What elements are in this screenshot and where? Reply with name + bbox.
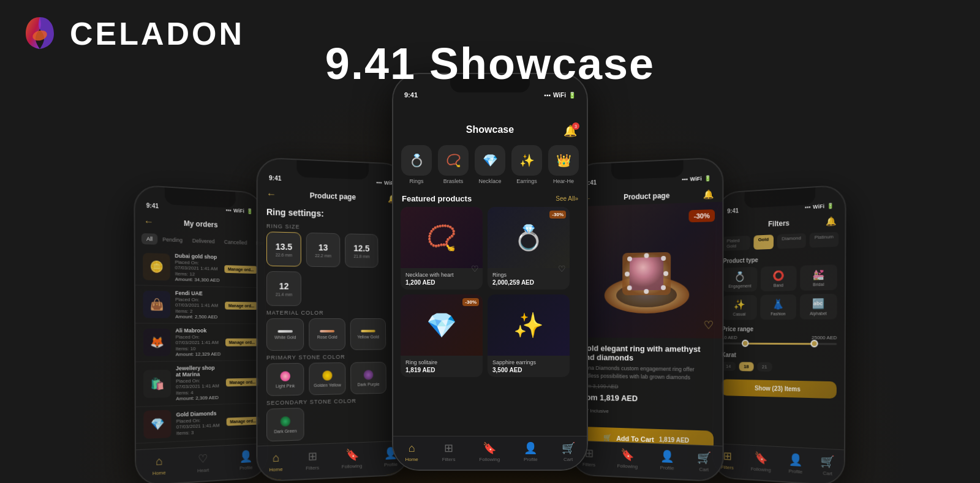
stone-dark-purple[interactable]: Dark Purple [350, 362, 386, 394]
stone-dark-green[interactable]: Dark Green [266, 408, 304, 441]
orders-screen: 9:41 ▪▪▪ WiFi 🔋 ← My orders All Pending … [135, 185, 267, 483]
manage-btn-1[interactable]: Manage ord... [224, 265, 257, 274]
tab-all[interactable]: All [141, 233, 157, 245]
tab-gold[interactable]: Gold [753, 234, 774, 250]
karat-18[interactable]: 18 [739, 362, 753, 371]
placeholder-filters-left [725, 226, 734, 227]
nav-following-ring[interactable]: 🔖 Following [342, 447, 363, 470]
product-name-rings: Rings [492, 272, 565, 278]
logo-icon [18, 12, 61, 55]
karat-21[interactable]: 21 [757, 362, 772, 372]
category-earrings[interactable]: ✨ Earrings [511, 145, 543, 184]
tab-diamond[interactable]: Diamond [777, 233, 805, 249]
nav-filters-ring[interactable]: ⊞ Filters [306, 449, 319, 471]
filter-engagement[interactable]: 💍 Engagement [723, 267, 758, 292]
size-mm-2: 22.2 mm [315, 253, 331, 257]
see-all-btn[interactable]: See All» [556, 195, 578, 202]
fashion-icon: 👗 [772, 298, 785, 310]
header: CELADON [0, 0, 263, 67]
product-type-title: Product type [723, 254, 837, 264]
products-grid: 📿 ♡ Necklace with heart 1,200 AED 💍 -30%… [393, 207, 587, 377]
nav-cart-product-right[interactable]: 🛒 Cart [697, 451, 711, 473]
material-color-label: MATERIAL COLOR [258, 306, 407, 318]
price-min-label: 10 AED [722, 335, 737, 340]
nav-home-orders[interactable]: ⌂ Home [153, 454, 166, 476]
filter-casual[interactable]: ✨ Casual [722, 295, 757, 320]
size-option-1[interactable]: 13.5 22.6 mm [266, 231, 301, 266]
product-card-necklace[interactable]: 📿 ♡ Necklace with heart 1,200 AED [401, 207, 483, 290]
nav-home-ring[interactable]: ⌂ Home [269, 451, 282, 473]
heart-icon-orders: ♡ [198, 452, 208, 466]
category-rings[interactable]: 💍 Rings [401, 145, 432, 184]
color-rose-gold[interactable]: Rose Gold [309, 318, 345, 350]
color-yellow-gold[interactable]: Yellow Gold [350, 318, 386, 350]
nav-profile-orders[interactable]: 👤 Profile [239, 449, 252, 471]
product-type-grid: 💍 Engagement ⭕ Band 💒 Bridal ✨ Casual [722, 264, 837, 320]
nav-heart-orders[interactable]: ♡ Heart [197, 452, 209, 474]
range-slider[interactable] [722, 343, 837, 345]
bottom-nav-showcase: ⌂ Home ⊞ Filters 🔖 Following 👤 Profile 🛒 [393, 436, 587, 470]
product-desc: Fiona Diamonds custom engagement ring of… [581, 364, 714, 382]
nav-profile-product-right[interactable]: 👤 Profile [660, 449, 674, 471]
cart-nav-icon-product-right: 🛒 [697, 451, 711, 465]
product-info-earrings: Sapphire earrings 3,500 AED [488, 356, 570, 377]
range-thumb-left[interactable] [742, 340, 749, 347]
back-btn-ring[interactable]: ← [266, 189, 276, 200]
filter-fashion[interactable]: 👗 Fashion [760, 294, 796, 320]
filter-alphabet[interactable]: 🔤 Alphabet [800, 294, 837, 320]
manage-btn-3[interactable]: Manage ord... [225, 338, 258, 346]
order-item-1: 🪙 Dubai gold shop Placed On: 07/03/2021 … [135, 247, 265, 288]
stone-golden-yellow[interactable]: Golden Yellow [309, 362, 345, 395]
band-label: Band [774, 283, 783, 287]
order-shop-3: Ali Mabrook [175, 328, 221, 334]
tab-plated-gold[interactable]: Plated Gold [722, 236, 750, 251]
big-ring-image: -30% [573, 202, 722, 339]
product-card-solitaire[interactable]: 💎 -30% Ring solitaire 1,819 AED [401, 294, 483, 377]
nav-cart-filters[interactable]: 🛒 Cart [821, 454, 835, 477]
product-card-rings[interactable]: 💍 -30% ♡ Rings 2,000,259 AED [488, 207, 570, 290]
heart-btn-rings[interactable]: ♡ [558, 264, 566, 274]
tab-delivered[interactable]: Delivered [187, 235, 219, 247]
filter-band[interactable]: ⭕ Band [761, 266, 797, 291]
size-option-2[interactable]: 13 22.2 mm [306, 233, 341, 268]
manage-btn-2[interactable]: Manage ord... [225, 301, 258, 309]
nav-profile-showcase[interactable]: 👤 Profile [524, 441, 538, 462]
alphabet-label: Alphabet [810, 311, 827, 315]
product-card-earrings[interactable]: ✨ Sapphire earrings 3,500 AED [488, 294, 570, 377]
showcase-headline: 9.41 Showcase [325, 39, 655, 89]
category-braslets[interactable]: 📿 Braslets [437, 145, 469, 184]
size-option-4[interactable]: 12 21.4 mm [266, 271, 301, 306]
nav-filters-showcase[interactable]: ⊞ Filters [442, 441, 456, 462]
nav-following-showcase[interactable]: 🔖 Following [479, 441, 500, 462]
manage-btn-5[interactable]: Manage ord... [226, 416, 260, 425]
battery-icon-showcase: 🔋 [568, 92, 576, 99]
order-info-4: Jewellery shop at Marina Placed On: 07/0… [176, 365, 221, 402]
filter-bridal[interactable]: 💒 Bridal [800, 264, 837, 291]
size-mm-1: 22.6 mm [276, 252, 293, 257]
range-thumb-right[interactable] [810, 340, 818, 347]
nav-following-filters[interactable]: 🔖 Following [750, 451, 771, 473]
bell-icon-showcase[interactable]: 🔔3 [564, 125, 577, 137]
size-option-3[interactable]: 12.5 21.8 mm [345, 233, 379, 268]
nav-home-showcase[interactable]: ⌂ Home [405, 442, 418, 462]
manage-btn-4[interactable]: Manage ord... [226, 378, 259, 386]
color-white-gold[interactable]: White Gold [266, 318, 304, 351]
nav-cart-label-showcase: Cart [564, 457, 573, 462]
heart-btn-necklace[interactable]: ♡ [471, 264, 479, 274]
yellow-gold-label: Yellow Gold [357, 334, 379, 339]
category-necklace[interactable]: 💎 Necklace [474, 145, 506, 184]
tab-platinum[interactable]: Platinum [809, 232, 839, 248]
category-hearhe[interactable]: 👑 Hear-He [548, 145, 579, 184]
circle-pink [281, 371, 290, 381]
back-btn-orders[interactable]: ← [144, 216, 154, 228]
nav-cart-showcase[interactable]: 🛒 Cart [562, 441, 575, 462]
show-items-btn[interactable]: Show (23) Items [721, 379, 837, 399]
tab-cancelled[interactable]: Cancelled [219, 236, 252, 248]
nav-following-label-product-right: Following [617, 463, 638, 470]
nav-following-product-right[interactable]: 🔖 Following [617, 447, 638, 470]
stone-light-pink[interactable]: Light Pink [266, 363, 304, 396]
nav-profile-filters[interactable]: 👤 Profile [788, 452, 802, 474]
tab-pending[interactable]: Pending [157, 234, 187, 246]
product-type-section: Product type 💍 Engagement ⭕ Band 💒 Brida… [715, 250, 845, 324]
heart-btn-product-right[interactable]: ♡ [704, 318, 714, 332]
